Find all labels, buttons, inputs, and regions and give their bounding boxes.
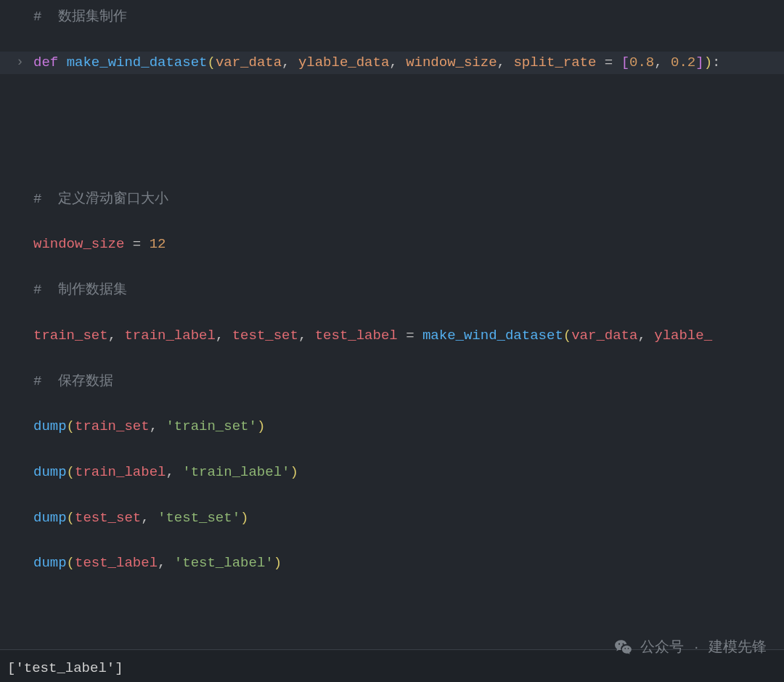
wechat-icon <box>614 638 633 657</box>
watermark-name: 建模先锋 <box>709 635 767 659</box>
comment: # 定义滑动窗口大小 <box>33 191 168 207</box>
param: ylable_data <box>298 54 389 70</box>
watermark-dot: · <box>694 635 698 659</box>
code-cell-1[interactable]: # 数据集制作 ›def make_wind_dataset(var_data,… <box>0 0 784 649</box>
comment: # 制作数据集 <box>33 282 127 298</box>
fold-chevron-icon[interactable]: › <box>16 52 24 73</box>
function-def-line[interactable]: ›def make_wind_dataset(var_data, ylable_… <box>0 52 784 74</box>
param: split_rate <box>513 54 596 70</box>
watermark-prefix: 公众号 <box>640 635 684 659</box>
comment: # 数据集制作 <box>33 9 127 25</box>
param: window_size <box>406 54 497 70</box>
output-text: ['test_label'] <box>7 660 123 676</box>
number: 12 <box>150 236 166 252</box>
function-name: make_wind_dataset <box>67 54 208 70</box>
param: var_data <box>216 54 282 70</box>
function-call: make_wind_dataset <box>422 328 563 344</box>
watermark: 公众号 · 建模先锋 <box>614 635 767 659</box>
comment: # 保存数据 <box>33 373 113 389</box>
keyword-def: def <box>33 54 58 70</box>
variable: window_size <box>33 236 124 252</box>
